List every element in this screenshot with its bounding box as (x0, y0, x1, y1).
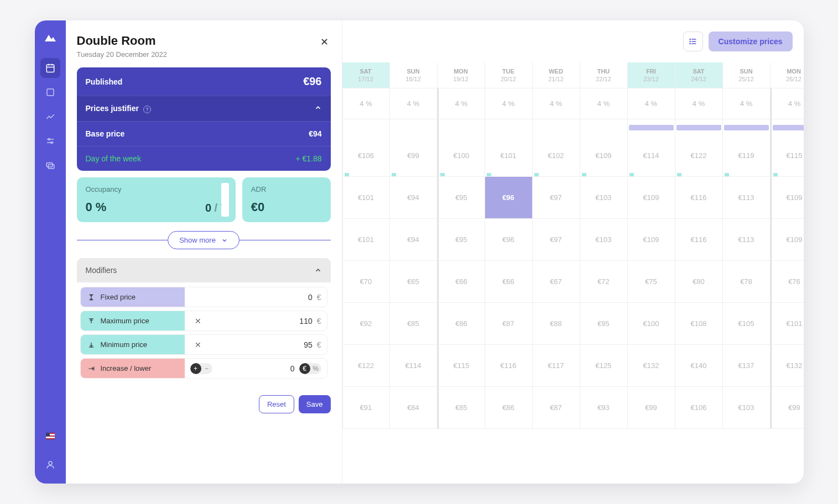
price-cell[interactable]: €78 (723, 261, 771, 303)
price-cell[interactable]: €85 (438, 387, 485, 429)
price-cell[interactable]: €86 (438, 303, 485, 345)
minus-button[interactable]: − (201, 363, 212, 374)
price-cell[interactable]: €101 (342, 219, 390, 261)
price-cell[interactable]: €113 (723, 177, 771, 219)
price-cell[interactable]: €92 (342, 303, 390, 345)
price-cell[interactable]: €72 (580, 261, 628, 303)
price-cell[interactable]: €95 (580, 303, 628, 345)
price-cell[interactable]: €96 (485, 219, 533, 261)
price-cell[interactable]: €94 (390, 177, 438, 219)
price-cell[interactable]: €117 (533, 345, 580, 387)
price-cell[interactable]: €95 (438, 219, 485, 261)
close-button[interactable]: ✕ (318, 34, 331, 50)
clear-min-button[interactable]: ✕ (190, 340, 201, 349)
price-cell[interactable]: €109 (771, 219, 804, 261)
price-cell[interactable]: €101 (342, 177, 390, 219)
price-cell[interactable]: €101 (771, 303, 804, 345)
price-cell[interactable]: €94 (390, 219, 438, 261)
price-cell[interactable]: €84 (390, 387, 438, 429)
price-cell[interactable]: €132 (628, 345, 675, 387)
price-cell[interactable]: €75 (628, 261, 675, 303)
fixed-label: Fixed price (101, 293, 136, 301)
price-cell[interactable]: €113 (723, 219, 771, 261)
price-cell[interactable]: €140 (675, 345, 723, 387)
price-cell[interactable]: €76 (771, 261, 804, 303)
price-cell[interactable]: €122 (342, 345, 390, 387)
price-cell[interactable]: €99 (628, 387, 675, 429)
price-cell[interactable]: €66 (485, 261, 533, 303)
language-flag[interactable] (40, 426, 60, 446)
price-cell[interactable]: €116 (485, 345, 533, 387)
min-price-input[interactable] (279, 340, 313, 349)
euro-button[interactable]: € (299, 363, 310, 374)
price-cell[interactable]: €116 (675, 177, 723, 219)
price-cell[interactable]: €137 (723, 345, 771, 387)
price-cell[interactable]: €99 (771, 387, 804, 429)
modifiers-toggle[interactable]: Modifiers (77, 258, 331, 282)
max-price-input[interactable] (279, 317, 313, 326)
price-cell[interactable]: €95 (438, 177, 485, 219)
price-cell[interactable]: €119 (723, 135, 771, 177)
nav-calendar[interactable] (40, 58, 60, 78)
price-cell[interactable]: €106 (675, 387, 723, 429)
reset-button[interactable]: Reset (259, 395, 294, 413)
price-cell[interactable]: €109 (628, 219, 675, 261)
calendar-grid: SAT17/12SUN18/12MON19/12TUE20/12WED21/12… (342, 62, 804, 484)
price-cell[interactable]: €103 (580, 177, 628, 219)
price-cell[interactable]: €70 (342, 261, 390, 303)
price-cell[interactable]: €108 (675, 303, 723, 345)
price-cell[interactable]: €109 (580, 135, 628, 177)
price-cell[interactable]: €115 (771, 135, 804, 177)
unit-toggle[interactable]: € % (299, 363, 321, 374)
customize-prices-button[interactable]: Customize prices (709, 32, 793, 51)
price-cell[interactable]: €67 (533, 261, 580, 303)
price-cell[interactable]: €103 (580, 219, 628, 261)
nav-profile[interactable] (40, 455, 60, 475)
nav-settings[interactable] (40, 131, 60, 151)
justifier-toggle[interactable]: Prices justifier? (77, 96, 331, 121)
price-cell[interactable]: €88 (533, 303, 580, 345)
price-cell[interactable]: €106 (342, 135, 390, 177)
price-cell[interactable]: €109 (628, 177, 675, 219)
price-cell[interactable]: €115 (438, 345, 485, 387)
price-cell[interactable]: €132 (771, 345, 804, 387)
price-cell[interactable]: €65 (390, 261, 438, 303)
price-cell[interactable]: €97 (533, 177, 580, 219)
percent-button[interactable]: % (310, 363, 321, 374)
help-icon[interactable]: ? (143, 106, 151, 113)
price-cell[interactable]: €125 (580, 345, 628, 387)
price-cell[interactable]: €97 (533, 219, 580, 261)
price-cell[interactable]: €85 (390, 303, 438, 345)
price-cell[interactable]: €93 (580, 387, 628, 429)
price-cell[interactable]: €105 (723, 303, 771, 345)
price-cell[interactable]: €101 (485, 135, 533, 177)
price-cell[interactable]: €91 (342, 387, 390, 429)
price-cell[interactable]: €100 (628, 303, 675, 345)
sign-toggle[interactable]: + − (190, 363, 212, 374)
price-cell[interactable]: €122 (675, 135, 723, 177)
price-cell[interactable]: €87 (485, 303, 533, 345)
clear-max-button[interactable]: ✕ (190, 317, 201, 326)
price-cell[interactable]: €102 (533, 135, 580, 177)
price-cell[interactable]: €80 (675, 261, 723, 303)
price-cell[interactable]: €100 (438, 135, 485, 177)
price-cell[interactable]: €114 (390, 345, 438, 387)
plus-button[interactable]: + (190, 363, 201, 374)
nav-billing[interactable] (40, 155, 60, 175)
price-cell[interactable]: €86 (485, 387, 533, 429)
price-cell[interactable]: €66 (438, 261, 485, 303)
price-cell[interactable]: €96 (485, 177, 533, 219)
price-cell[interactable]: €87 (533, 387, 580, 429)
price-cell[interactable]: €103 (723, 387, 771, 429)
fixed-price-input[interactable] (279, 293, 313, 302)
nav-rooms[interactable] (40, 82, 60, 102)
adjust-input[interactable] (273, 364, 295, 373)
list-view-button[interactable] (683, 32, 703, 51)
price-cell[interactable]: €99 (390, 135, 438, 177)
save-button[interactable]: Save (299, 395, 331, 413)
price-cell[interactable]: €114 (628, 135, 675, 177)
price-cell[interactable]: €109 (771, 177, 804, 219)
nav-analytics[interactable] (40, 107, 60, 127)
price-cell[interactable]: €116 (675, 219, 723, 261)
show-more-button[interactable]: Show more (168, 231, 240, 249)
